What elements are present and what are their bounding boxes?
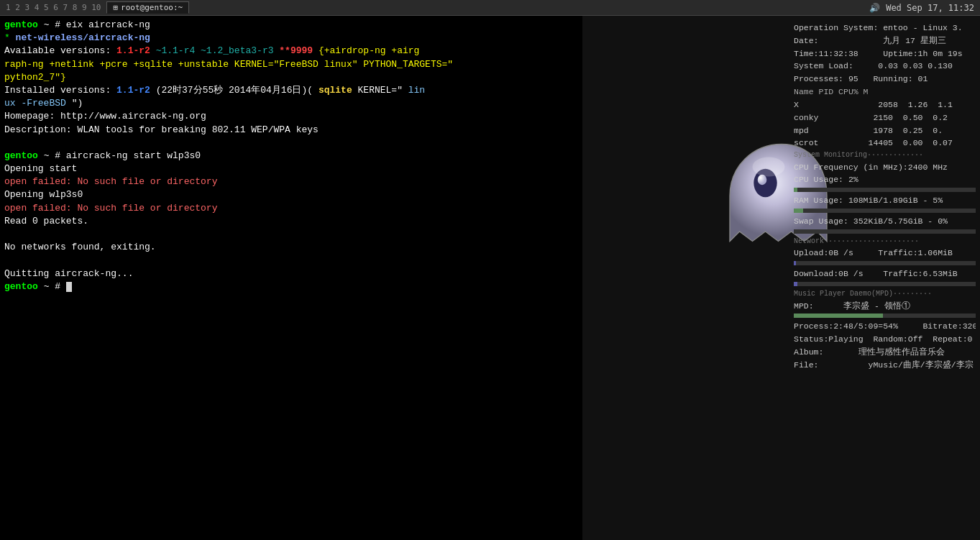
cmd-aircrack: aircrack-ng start wlp3s0: [66, 150, 201, 161]
terminal-line-11: gentoo ~ # aircrack-ng start wlp3s0: [4, 150, 578, 163]
conky-processes: Processes: 95 Running: 01: [794, 73, 976, 86]
conky-mpd: MPD: 李宗盛 - 领悟①: [794, 300, 976, 313]
terminal-tab[interactable]: ⊞ root@gentoo:~: [106, 1, 189, 14]
use-flags-2: raph-ng +netlink +pcre +sqlite +unstable…: [4, 59, 453, 70]
conky-date: Date: 九月 17 星期三: [794, 35, 976, 47]
terminal-line-15: open failed: No such file or directory: [4, 202, 578, 215]
conky-upload: Upload:0B /s Traffic:1.06MiB: [794, 247, 976, 260]
conky-cpu-bar-fill: [794, 188, 797, 192]
prompt-gentoo: gentoo: [4, 19, 38, 30]
datetime-display: Wed Sep 17, 11:32: [886, 3, 974, 13]
ver-9999: **9999: [279, 45, 313, 56]
conky-album: Album: 理性与感性作品音乐会: [794, 346, 976, 359]
conky-proc-conky: conky 2150 0.50 0.2: [794, 111, 976, 124]
topbar-right: 🔊 Wed Sep 17, 11:32: [869, 3, 974, 13]
conky-download-bar: [794, 282, 976, 286]
topbar: 1 2 3 4 5 6 7 8 9 10 ⊞ root@gentoo:~ 🔊 W…: [0, 0, 980, 16]
terminal-icon: ⊞: [113, 3, 118, 12]
terminal-line-14: Opening wlp3s0: [4, 188, 578, 201]
terminal-line-8: Homepage: http://www.aircrack-ng.org: [4, 110, 578, 123]
conky-sys-monitoring: System Monitoring·············: [794, 150, 976, 161]
cmd-eix: eix aircrack-ng: [66, 19, 150, 30]
kernel-val-2: ux -FreeBSD: [4, 98, 66, 109]
terminal-panel[interactable]: gentoo ~ # eix aircrack-ng * net-wireles…: [0, 16, 582, 540]
opening-wlp: Opening wlp3s0: [4, 189, 83, 200]
conky-cpu-bar: [794, 188, 976, 192]
terminal-line-2: * net-wireless/aircrack-ng: [4, 32, 578, 45]
conky-music-bar: [794, 314, 976, 318]
conky-ram: RAM Usage: 108MiB/1.89GiB - 5%: [794, 194, 976, 207]
terminal-line-13: open failed: No such file or directory: [4, 175, 578, 188]
terminal-line-21: gentoo ~ #: [4, 280, 578, 293]
conky-ram-bar-fill: [794, 209, 803, 213]
conky-music-label: Music Player Daemo(MPD)·········: [794, 288, 976, 300]
terminal-line-9: Description: WLAN tools for breaking 802…: [4, 124, 578, 137]
conky-ram-bar: [794, 209, 976, 213]
conky-swap-bar: [794, 229, 976, 234]
conky-download: Download:0B /s Traffic:6.53MiB: [794, 267, 976, 280]
terminal-line-17: [4, 228, 578, 241]
terminal-line-19: [4, 254, 578, 267]
avail-label: Available versions:: [4, 45, 116, 56]
conky-cpu-usage: CPU Usage: 2%: [794, 173, 976, 186]
installed-ver: 1.1-r2: [116, 85, 150, 96]
pkg-star: *: [4, 32, 16, 43]
installed-date: (22时37分55秒 2014年04月16日)(: [156, 85, 313, 96]
conky-process-info: Process:2:48/5:09=54% Bitrate:320: [794, 320, 976, 333]
ver-rest: ~1.1-r4 ~1.2_beta3-r3: [156, 45, 280, 56]
no-networks: No networks found, exiting.: [4, 242, 156, 252]
conky-upload-bar: [794, 261, 976, 265]
conky-proc-x: X 2058 1.26 1.1: [794, 99, 976, 111]
installed-label: Installed versions:: [4, 85, 116, 96]
kernel-close: "): [72, 98, 83, 109]
prompt-gentoo-3: gentoo: [4, 281, 38, 292]
homepage-label: Homepage: http://www.aircrack-ng.org: [4, 111, 206, 122]
prompt-tilde-2: ~ #: [44, 150, 66, 161]
conky-file: File: yMusic/曲库/李宗盛/李宗: [794, 359, 976, 372]
conky-proc-scrot: scrot 14405 0.00 0.07: [794, 137, 976, 150]
right-panel: Operation System: entoo - Linux 3. Date:…: [582, 16, 980, 540]
conky-upload-bar-fill: [794, 261, 796, 265]
open-failed-1: open failed: No such file or directory: [4, 176, 217, 187]
installed-kernel: KERNEL=": [358, 85, 403, 96]
kernel-val: lin: [408, 85, 425, 96]
read-packets: Read 0 packets.: [4, 216, 88, 226]
conky-proc-mpd: mpd 1978 0.25 0.: [794, 124, 976, 137]
prompt-gentoo-2: gentoo: [4, 150, 38, 161]
conky-os: Operation System: entoo - Linux 3.: [794, 22, 976, 35]
svg-point-2: [752, 157, 784, 177]
conky-panel: Operation System: entoo - Linux 3. Date:…: [789, 16, 980, 540]
cursor: [66, 282, 72, 292]
volume-icon: 🔊: [869, 3, 880, 13]
topbar-left: 1 2 3 4 5 6 7 8 9 10 ⊞ root@gentoo:~: [6, 1, 189, 14]
ver-11r2: 1.1-r2: [116, 45, 150, 56]
quitting: Quitting aircrack-ng...: [4, 268, 133, 279]
tab-number-indicator: 1 2 3 4 5 6 7 8 9 10: [6, 3, 101, 12]
opening-start: Opening start: [4, 163, 77, 174]
terminal-tab-label: root@gentoo:~: [121, 3, 183, 12]
open-failed-2: open failed: No such file or directory: [4, 203, 217, 214]
prompt-tilde-3: ~ #: [44, 281, 66, 292]
conky-time: Time:11:32:38 Uptime:1h 0m 19s: [794, 47, 976, 60]
conky-download-bar-fill: [794, 282, 797, 286]
terminal-line-1: gentoo ~ # eix aircrack-ng: [4, 19, 578, 32]
use-flags: {+airdrop-ng +airg: [319, 45, 419, 56]
terminal-line-6: Installed versions: 1.1-r2 (22时37分55秒 20…: [4, 84, 578, 97]
conky-status: Status:Playing Random:Off Repeat:0: [794, 333, 976, 346]
desc-label: Description: WLAN tools for breaking 802…: [4, 124, 319, 135]
conky-music-bar-fill: [794, 314, 883, 318]
terminal-line-20: Quitting aircrack-ng...: [4, 267, 578, 280]
conky-sysload: System Load: 0.03 0.03 0.130: [794, 60, 976, 73]
terminal-line-10: [4, 137, 578, 150]
use-flags-3: python2_7"}: [4, 72, 66, 83]
tab-bar: 1 2 3 4 5 6 7 8 9 10: [6, 3, 104, 12]
conky-network: Network ·····················: [794, 236, 976, 247]
terminal-line-7: ux -FreeBSD "): [4, 97, 578, 110]
terminal-line-18: No networks found, exiting.: [4, 241, 578, 254]
conky-swap: Swap Usage: 352KiB/5.75GiB - 0%: [794, 215, 976, 228]
pkg-name: net-wireless/aircrack-ng: [16, 32, 150, 43]
conky-table-header: Name PID CPU% M: [794, 86, 976, 99]
prompt-tilde: ~ #: [44, 19, 66, 30]
terminal-line-16: Read 0 packets.: [4, 215, 578, 228]
terminal-line-3: Available versions: 1.1-r2 ~1.1-r4 ~1.2_…: [4, 45, 578, 58]
